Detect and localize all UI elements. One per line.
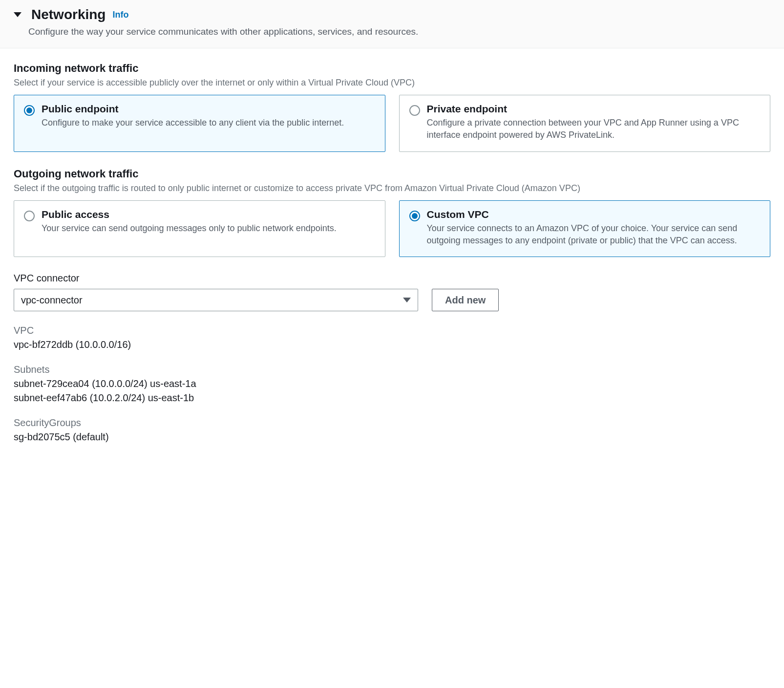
networking-panel-header: Networking Info Configure the way your s… <box>0 0 784 48</box>
subnets-values: subnet-729cea04 (10.0.0.0/24) us-east-1a… <box>14 378 770 404</box>
panel-subtitle: Configure the way your service communica… <box>14 26 770 37</box>
radio-icon <box>24 105 35 116</box>
incoming-section-title: Incoming network traffic <box>14 62 770 75</box>
subnet-value: subnet-eef47ab6 (10.0.2.0/24) us-east-1b <box>14 392 770 404</box>
card-title: Public endpoint <box>42 103 344 115</box>
subnet-value: subnet-729cea04 (10.0.0.0/24) us-east-1a <box>14 378 770 389</box>
collapse-caret-icon[interactable] <box>14 12 21 17</box>
panel-title-row: Networking Info <box>14 7 770 22</box>
vpc-connector-row: vpc-connector Add new <box>14 289 770 311</box>
panel-title: Networking <box>31 7 106 22</box>
radio-icon <box>409 105 420 116</box>
security-groups-value: sg-bd2075c5 (default) <box>14 431 770 443</box>
card-desc: Your service connects to an Amazon VPC o… <box>427 222 761 247</box>
outgoing-section-desc: Select if the outgoing traffic is routed… <box>14 182 770 194</box>
vpc-label: VPC <box>14 325 770 336</box>
subnets-label: Subnets <box>14 364 770 375</box>
card-title: Custom VPC <box>427 209 761 220</box>
card-text: Public access Your service can send outg… <box>42 209 337 247</box>
radio-icon <box>409 211 420 221</box>
card-title: Private endpoint <box>427 103 761 115</box>
incoming-option-public-endpoint[interactable]: Public endpoint Configure to make your s… <box>14 95 385 151</box>
networking-panel-body: Incoming network traffic Select if your … <box>0 48 784 456</box>
add-new-button[interactable]: Add new <box>432 289 499 311</box>
outgoing-option-custom-vpc[interactable]: Custom VPC Your service connects to an A… <box>399 200 771 257</box>
incoming-section-desc: Select if your service is accessible pub… <box>14 77 770 89</box>
vpc-connector-select[interactable]: vpc-connector <box>14 289 418 311</box>
vpc-connector-label: VPC connector <box>14 273 770 284</box>
card-desc: Configure to make your service accessibl… <box>42 117 344 129</box>
card-desc: Your service can send outgoing messages … <box>42 222 337 235</box>
card-desc: Configure a private connection between y… <box>427 117 761 141</box>
chevron-down-icon <box>403 298 411 302</box>
outgoing-option-public-access[interactable]: Public access Your service can send outg… <box>14 200 385 257</box>
radio-icon <box>24 211 35 221</box>
vpc-value: vpc-bf272ddb (10.0.0.0/16) <box>14 339 770 350</box>
outgoing-section-title: Outgoing network traffic <box>14 168 770 180</box>
vpc-connector-selected-value: vpc-connector <box>21 295 83 306</box>
security-groups-label: SecurityGroups <box>14 417 770 429</box>
card-text: Public endpoint Configure to make your s… <box>42 103 344 141</box>
info-link[interactable]: Info <box>112 10 128 20</box>
outgoing-options-row: Public access Your service can send outg… <box>14 200 770 257</box>
incoming-options-row: Public endpoint Configure to make your s… <box>14 95 770 151</box>
card-title: Public access <box>42 209 337 220</box>
incoming-option-private-endpoint[interactable]: Private endpoint Configure a private con… <box>399 95 771 151</box>
card-text: Private endpoint Configure a private con… <box>427 103 761 141</box>
card-text: Custom VPC Your service connects to an A… <box>427 209 761 247</box>
